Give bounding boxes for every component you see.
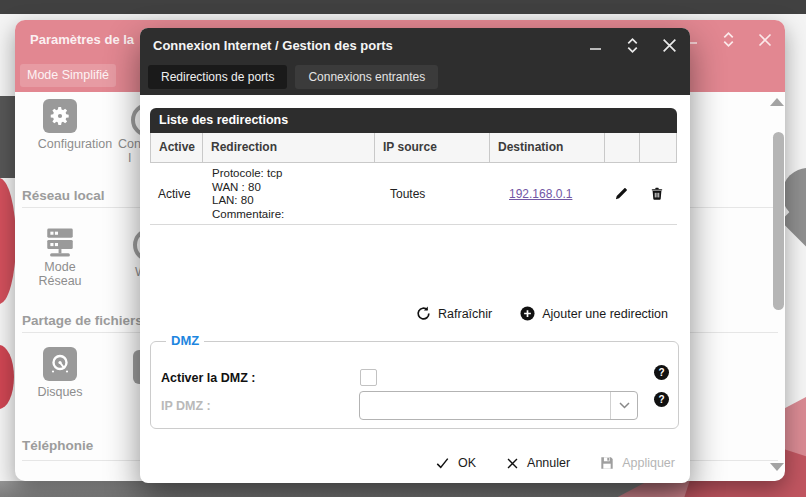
chevron-down-icon [610,392,637,419]
trash-icon [650,186,664,201]
network-icon[interactable] [43,225,77,263]
x-icon [506,457,519,470]
help-icon[interactable]: ? [654,365,669,380]
minimize-icon[interactable] [588,38,604,54]
tab-mode-simplifie[interactable]: Mode Simplifié [20,64,116,87]
table-header-row: Active Redirection IP source Destination [150,133,677,163]
redirections-table: Liste des redirections Active Redirectio… [150,108,677,225]
table-actions: Rafraîchir Ajouter une redirection [416,306,668,321]
tile-disques[interactable]: Disques [20,385,100,399]
port-management-dialog: Connexion Internet / Gestion des ports R… [140,28,690,483]
section-title-partage: Partage de fichiers [22,313,143,328]
edit-button[interactable] [604,163,639,224]
wallpaper-shape [0,96,15,178]
cancel-button[interactable]: Annuler [506,456,570,470]
wallpaper-shape [0,345,14,409]
section-title-telephonie: Téléphonie [22,438,93,453]
dmz-legend: DMZ [166,333,204,348]
col-redirection: Redirection [203,133,375,162]
table-row: Active Protocole: tcp WAN : 80 LAN: 80 C… [150,163,677,225]
dialog-footer: OK Annuler Appliquer [435,456,675,470]
dialog-title: Connexion Internet / Gestion des ports [153,38,393,53]
tab-redirections-de-ports[interactable]: Redirections de ports [148,65,287,89]
settings-window-title: Paramètres de la [30,32,134,47]
apply-button[interactable]: Appliquer [600,456,675,470]
dmz-ip-select[interactable] [359,391,638,420]
dmz-fieldset: DMZ Activer la DMZ : ? IP DMZ : ? [150,341,679,429]
tile-mode-reseau[interactable]: Mode Réseau [20,260,100,288]
col-destination: Destination [490,133,605,162]
destination-link[interactable]: 192.168.0.1 [509,187,572,201]
screen: Paramètres de la Mode Simplifié Configur… [0,0,806,497]
tab-connexions-entrantes[interactable]: Connexions entrantes [295,65,438,89]
resize-icon[interactable] [721,31,736,48]
dmz-ip-label: IP DMZ : [161,399,211,413]
dmz-enable-checkbox[interactable] [360,369,377,386]
scroll-up-arrow[interactable] [770,98,784,106]
wallpaper-shape [0,178,16,304]
add-redirection-button[interactable]: Ajouter une redirection [520,306,668,321]
row-ip-source: Toutes [374,163,489,224]
row-destination: 192.168.0.1 [489,163,604,224]
plus-circle-icon [520,306,535,321]
col-active: Active [151,133,203,162]
dialog-tab-bar: Redirections de ports Connexions entrant… [140,62,690,95]
scroll-down-arrow[interactable] [770,463,784,471]
help-icon[interactable]: ? [654,392,669,407]
ok-button[interactable]: OK [435,456,476,470]
col-edit [605,133,640,162]
close-icon[interactable] [661,37,678,54]
resize-icon[interactable] [625,37,640,54]
pencil-icon [614,186,629,201]
refresh-button[interactable]: Rafraîchir [416,306,492,321]
dmz-enable-label: Activer la DMZ : [161,371,255,385]
refresh-icon [416,306,431,321]
disk-icon[interactable] [43,347,77,381]
table-title: Liste des redirections [150,108,677,133]
scrollbar-thumb[interactable] [773,132,784,310]
section-title-reseau-local: Réseau local [22,188,105,203]
desktop-top-strip [0,0,806,14]
check-icon [435,456,450,470]
col-ip-source: IP source [375,133,490,162]
delete-button[interactable] [639,163,675,224]
close-icon[interactable] [757,32,773,48]
dialog-titlebar[interactable]: Connexion Internet / Gestion des ports [140,28,690,62]
save-icon [600,456,614,470]
row-active: Active [150,163,202,224]
row-redirection: Protocole: tcp WAN : 80 LAN: 80 Commenta… [202,163,374,224]
tile-configuration[interactable]: Configuration [20,137,130,151]
tile-partial-label[interactable]: I [128,151,131,165]
col-delete [640,133,676,162]
gear-icon[interactable] [43,99,77,133]
